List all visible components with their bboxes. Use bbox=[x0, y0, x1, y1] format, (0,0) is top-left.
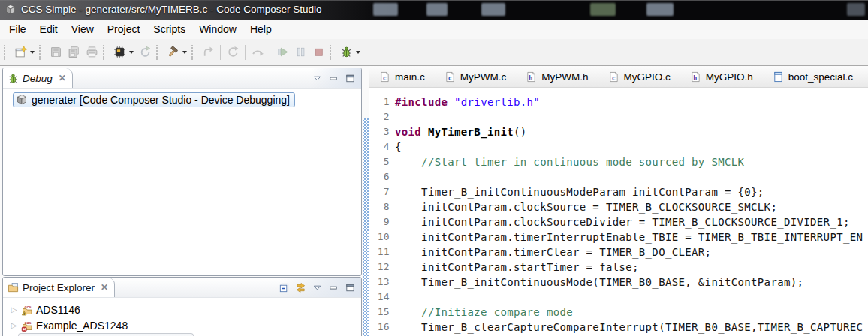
project-explorer-header: Project Explorer ✕ bbox=[3, 278, 361, 298]
view-menu-icon[interactable] bbox=[312, 73, 323, 84]
build-button[interactable] bbox=[164, 44, 182, 62]
toolbar-separator bbox=[220, 45, 221, 60]
resume-button[interactable] bbox=[273, 44, 291, 62]
toolbar-separator bbox=[191, 45, 195, 60]
menu-item-project[interactable]: Project bbox=[101, 21, 147, 38]
view-menu-icon[interactable] bbox=[312, 282, 323, 293]
editor-tab-MyGPIO.h[interactable]: hMyGPIO.h bbox=[680, 66, 763, 87]
toolbar-separator bbox=[156, 45, 160, 60]
editor-tab-label: main.c bbox=[395, 71, 425, 82]
maximize-view-icon[interactable] bbox=[345, 282, 356, 293]
collapse-all-icon[interactable] bbox=[279, 282, 290, 293]
code-line-text: initContParam.timerClear = TIMER_B_DO_CL… bbox=[395, 244, 711, 260]
dropdown-arrow-icon[interactable] bbox=[182, 51, 187, 54]
project-item-label: Example_ADS1248 bbox=[36, 320, 128, 332]
code-line: 8 initContParam.clockSource = TIMER_B_CL… bbox=[369, 200, 868, 214]
debug-view-toolbar bbox=[312, 68, 361, 88]
new-button[interactable] bbox=[11, 44, 29, 62]
code-line-text: //Start timer in continuous mode sourced… bbox=[395, 154, 744, 170]
editor-tab-MyGPIO.c[interactable]: cMyGPIO.c bbox=[598, 66, 680, 87]
debug-button[interactable] bbox=[337, 44, 355, 62]
menu-item-view[interactable]: View bbox=[65, 21, 101, 38]
line-number: 16 bbox=[369, 320, 395, 334]
code-line: 16 Timer_B_clearCaptureCompareInterrupt(… bbox=[369, 320, 868, 334]
titlebar[interactable]: CCS Simple - generater/src/MyTIMERB.c - … bbox=[0, 0, 868, 20]
h-file-icon: h bbox=[526, 71, 537, 82]
project-item-ADS1146[interactable]: ▷ccsADS1146 bbox=[3, 302, 361, 317]
toolbar-separator bbox=[103, 45, 107, 60]
step-over-button[interactable] bbox=[249, 44, 267, 62]
code-line: 2 bbox=[369, 110, 868, 124]
debug-launch-button[interactable] bbox=[136, 44, 154, 62]
suspend-icon bbox=[294, 46, 307, 58]
step-over-icon bbox=[252, 46, 264, 58]
desktop-icon-glimpse bbox=[847, 3, 865, 16]
desktop-icon-glimpse bbox=[373, 3, 398, 16]
project-explorer-tab-label: Project Explorer bbox=[23, 282, 95, 293]
close-icon[interactable]: ✕ bbox=[101, 283, 108, 292]
debug-view-tab[interactable]: Debug ✕ bbox=[3, 68, 73, 88]
restart-button[interactable] bbox=[224, 44, 242, 62]
line-number: 7 bbox=[369, 184, 395, 200]
toolbar-separator bbox=[39, 45, 43, 60]
editor-tab-label: MyGPIO.c bbox=[624, 71, 671, 82]
hammer-icon bbox=[167, 46, 179, 58]
flash-button[interactable] bbox=[110, 44, 128, 62]
code-line: 11 initContParam.timerClear = TIMER_B_DO… bbox=[369, 244, 868, 260]
dropdown-arrow-icon[interactable] bbox=[129, 51, 134, 54]
line-number: 4 bbox=[369, 140, 395, 154]
print-button[interactable] bbox=[83, 44, 101, 62]
project-item-Example_ADS1248[interactable]: ▷ccsExample_ADS1248 bbox=[3, 317, 361, 333]
sash-divider[interactable] bbox=[363, 118, 369, 336]
code-line: 10 initContParam.timerInterruptEnable_TB… bbox=[369, 230, 868, 244]
save-all-button[interactable] bbox=[65, 44, 83, 62]
editor-tab-label: boot_special.c bbox=[788, 71, 853, 82]
line-number: 12 bbox=[369, 260, 395, 274]
editor-tab-main.c[interactable]: cmain.c bbox=[369, 66, 435, 87]
svg-text:h: h bbox=[529, 74, 533, 82]
terminate-button[interactable] bbox=[309, 44, 327, 62]
save-button[interactable] bbox=[47, 44, 65, 62]
debug-launch-tree: generater [Code Composer Studio - Device… bbox=[3, 88, 361, 109]
code-line-text: Timer_B_clearCaptureCompareInterrupt(TIM… bbox=[395, 320, 863, 334]
dropdown-arrow-icon[interactable] bbox=[356, 51, 360, 54]
toolbar-separator bbox=[4, 45, 8, 60]
editor-tab-MyPWM.h[interactable]: hMyPWM.h bbox=[516, 66, 598, 87]
menu-item-help[interactable]: Help bbox=[243, 21, 279, 38]
link-with-editor-icon[interactable] bbox=[295, 282, 306, 293]
code-line: 5 //Start timer in continuous mode sourc… bbox=[369, 154, 868, 170]
code-line-text: initContParam.clockSourceDivider = TIMER… bbox=[395, 214, 850, 230]
menu-item-scripts[interactable]: Scripts bbox=[146, 21, 192, 38]
debug-launch-item[interactable]: generater [Code Composer Studio - Device… bbox=[13, 92, 295, 107]
minimize-view-icon[interactable] bbox=[328, 282, 339, 293]
suspend-button[interactable] bbox=[291, 44, 309, 62]
editor-tab-boot_special.c[interactable]: boot_special.c bbox=[763, 66, 863, 87]
maximize-view-icon[interactable] bbox=[345, 73, 356, 84]
toolbar-separator bbox=[330, 45, 333, 60]
menu-item-file[interactable]: File bbox=[2, 21, 33, 38]
code-line: 14 bbox=[369, 290, 868, 304]
code-line-text: initContParam.startTimer = false; bbox=[395, 260, 639, 274]
close-icon[interactable]: ✕ bbox=[59, 74, 66, 82]
expander-icon[interactable]: ▷ bbox=[10, 305, 18, 314]
step-return-button[interactable] bbox=[199, 44, 217, 62]
project-item-label: ADS1146 bbox=[36, 304, 80, 316]
minimize-view-icon[interactable] bbox=[328, 73, 339, 84]
menu-item-window[interactable]: Window bbox=[192, 21, 243, 38]
expander-icon[interactable]: ▷ bbox=[10, 321, 18, 329]
partially-visible-selected-row[interactable] bbox=[18, 333, 194, 336]
dropdown-arrow-icon[interactable] bbox=[30, 51, 35, 54]
code-line: 1#include "driverlib.h" bbox=[369, 94, 868, 110]
new-icon bbox=[14, 46, 27, 58]
save-icon bbox=[50, 46, 62, 58]
code-editor[interactable]: 1#include "driverlib.h"23void MyTimerB_i… bbox=[369, 88, 868, 336]
editor-tab-MyPWM.c[interactable]: cMyPWM.c bbox=[435, 66, 517, 87]
restart-icon bbox=[227, 46, 240, 58]
ccs-cube-icon bbox=[16, 94, 28, 106]
desktop-icon-glimpse bbox=[426, 3, 448, 16]
code-line-text: #include "driverlib.h" bbox=[395, 94, 540, 110]
project-explorer-tab[interactable]: Project Explorer ✕ bbox=[3, 278, 115, 297]
svg-text:ccs: ccs bbox=[25, 320, 32, 324]
menu-item-edit[interactable]: Edit bbox=[33, 21, 65, 38]
line-number: 15 bbox=[369, 304, 395, 320]
